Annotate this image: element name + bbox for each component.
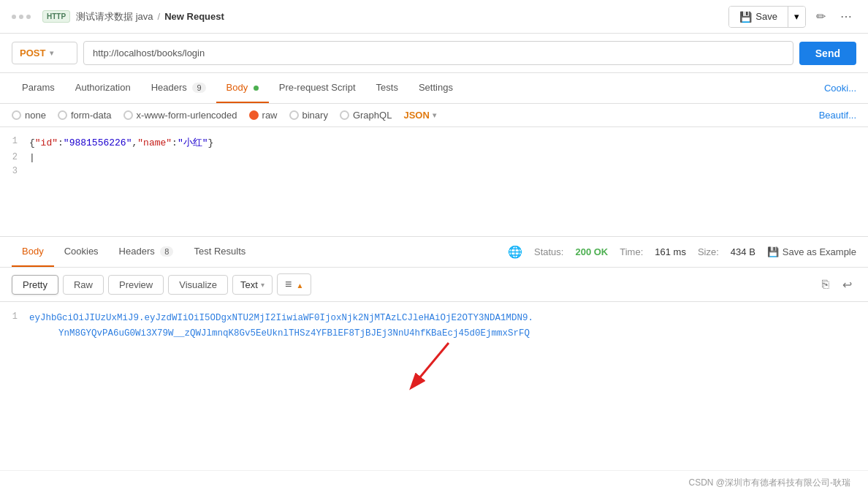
arrow-svg: [390, 328, 492, 423]
resp-line-2: 1 YnM8GYQvPA6uG0Wi3X79W__zQWJlmnqK8Gv5Ee…: [0, 326, 868, 341]
resp-line-1: 1 eyJhbGciOiJIUzUxMiJ9.eyJzdWIiOiI5ODgxN…: [0, 311, 868, 326]
method-select[interactable]: POST ▾: [12, 42, 77, 64]
beautify-link[interactable]: Beautif...: [819, 110, 856, 121]
text-select[interactable]: Text ▾: [232, 275, 273, 295]
option-none-label: none: [25, 110, 46, 121]
response-body[interactable]: 1 eyJhbGciOiJIUzUxMiJ9.eyJzdWIiOiI5ODgxN…: [0, 302, 868, 470]
option-raw[interactable]: raw: [249, 110, 278, 121]
more-button[interactable]: ⋯: [836, 5, 856, 28]
line-num-2: 2: [0, 152, 29, 162]
save-button[interactable]: 💾 Save: [729, 7, 788, 27]
send-button[interactable]: Send: [799, 42, 856, 65]
status-value: 200 OK: [575, 246, 608, 257]
chevron-down-icon: ▾: [794, 11, 799, 22]
radio-none: [12, 110, 21, 120]
option-raw-label: raw: [262, 110, 278, 121]
http-badge: HTTP: [42, 10, 70, 23]
radio-form-data: [58, 110, 67, 120]
format-visualize-button[interactable]: Visualize: [168, 275, 228, 295]
breadcrumb-sep: /: [158, 11, 161, 22]
save-example-label: Save as Example: [783, 246, 856, 257]
method-chevron-icon: ▾: [50, 49, 53, 57]
json-select[interactable]: JSON ▾: [403, 110, 435, 121]
breadcrumb-current: New Request: [164, 11, 224, 22]
response-format-bar: Pretty Raw Preview Visualize Text ▾ ≡ ▲ …: [0, 268, 868, 302]
wrap-button[interactable]: ↩: [838, 275, 856, 295]
time-value: 161 ms: [655, 246, 686, 257]
globe-icon: 🌐: [508, 245, 522, 259]
header: HTTP 测试请求数据 java / New Request 💾 Save ▾ …: [0, 0, 868, 34]
filter-icon-button[interactable]: ≡ ▲: [277, 273, 311, 295]
format-preview-button[interactable]: Preview: [108, 275, 164, 295]
cookies-link[interactable]: Cooki...: [824, 74, 856, 102]
resp-token-line2: YnM8GYQvPA6uG0Wi3X79W__zQWJlmnqK8Gv5EeUk…: [29, 327, 530, 341]
save-example-button[interactable]: 💾 Save as Example: [767, 243, 856, 260]
line-num-3: 3: [0, 166, 29, 176]
radio-raw: [249, 110, 259, 120]
save-dropdown-button[interactable]: ▾: [788, 7, 805, 26]
option-none[interactable]: none: [12, 110, 46, 121]
method-label: POST: [20, 48, 45, 58]
breadcrumb: 测试请求数据 java / New Request: [76, 10, 224, 23]
resp-tab-test-results[interactable]: Test Results: [183, 237, 256, 267]
size-label: Size:: [698, 246, 719, 257]
response-tabs-row: Body Cookies Headers 8 Test Results 🌐 St…: [0, 237, 868, 268]
size-value: 434 B: [731, 246, 755, 257]
save-btn-group: 💾 Save ▾: [728, 6, 806, 28]
response-actions: ⎘ ↩: [818, 275, 856, 295]
tab-settings[interactable]: Settings: [408, 73, 463, 103]
tab-params[interactable]: Params: [12, 73, 65, 103]
line-content-2: [29, 152, 35, 163]
copy-icon: ⎘: [822, 278, 829, 290]
resp-tab-cookies[interactable]: Cookies: [54, 237, 109, 267]
footer: CSDN @深圳市有德者科技有限公司-耿瑞: [0, 470, 868, 495]
filter-icon: ≡: [285, 278, 292, 290]
url-bar: POST ▾ Send: [0, 34, 868, 73]
svg-line-1: [412, 343, 449, 387]
option-form-data-label: form-data: [71, 110, 112, 121]
option-x-www-label: x-www-form-urlencoded: [137, 110, 237, 121]
radio-graphql: [340, 110, 349, 120]
status-label: Status:: [534, 246, 563, 257]
code-editor[interactable]: 1 {"id":"9881556226","name":"小红"} 2 3: [0, 127, 868, 237]
radio-x-www: [123, 110, 133, 120]
tab-tests[interactable]: Tests: [366, 73, 408, 103]
tab-pre-request[interactable]: Pre-request Script: [269, 73, 366, 103]
option-graphql[interactable]: GraphQL: [340, 110, 392, 121]
resp-tab-headers[interactable]: Headers 8: [109, 237, 184, 267]
footer-text: CSDN @深圳市有德者科技有限公司-耿瑞: [688, 477, 850, 488]
more-icon: ⋯: [840, 10, 852, 23]
tab-body[interactable]: Body: [216, 73, 269, 103]
resp-line-num-1: 1: [0, 311, 29, 322]
format-pretty-button[interactable]: Pretty: [12, 275, 58, 295]
dot2: [19, 15, 23, 19]
tab-headers[interactable]: Headers 9: [141, 73, 216, 103]
breadcrumb-parent[interactable]: 测试请求数据 java: [76, 10, 153, 23]
format-raw-button[interactable]: Raw: [63, 275, 104, 295]
dot1: [12, 15, 16, 19]
tab-authorization[interactable]: Authorization: [65, 73, 141, 103]
save-label: Save: [755, 11, 777, 22]
edit-icon: ✏: [816, 10, 826, 23]
text-select-label: Text: [240, 279, 258, 290]
code-line-1: 1 {"id":"9881556226","name":"小红"}: [0, 135, 868, 151]
save-icon: 💾: [739, 11, 752, 23]
option-form-data[interactable]: form-data: [58, 110, 112, 121]
option-binary[interactable]: binary: [289, 110, 328, 121]
option-x-www[interactable]: x-www-form-urlencoded: [123, 110, 237, 121]
line-content-1: {"id":"9881556226","name":"小红"}: [29, 136, 213, 149]
option-binary-label: binary: [302, 110, 328, 121]
response-status: 🌐 Status: 200 OK Time: 161 ms Size: 434 …: [508, 243, 856, 260]
copy-button[interactable]: ⎘: [818, 275, 834, 295]
text-chevron-icon: ▾: [261, 281, 264, 289]
resp-tab-body[interactable]: Body: [12, 237, 54, 267]
wrap-icon: ↩: [842, 279, 852, 291]
arrow-annotation: [390, 328, 492, 426]
edit-button[interactable]: ✏: [812, 5, 830, 28]
url-input[interactable]: [83, 41, 793, 65]
option-graphql-label: GraphQL: [353, 110, 392, 121]
dot3: [26, 15, 31, 19]
header-actions: 💾 Save ▾ ✏ ⋯: [728, 5, 856, 28]
window-dots: [12, 15, 31, 19]
code-line-2: 2: [0, 151, 868, 165]
